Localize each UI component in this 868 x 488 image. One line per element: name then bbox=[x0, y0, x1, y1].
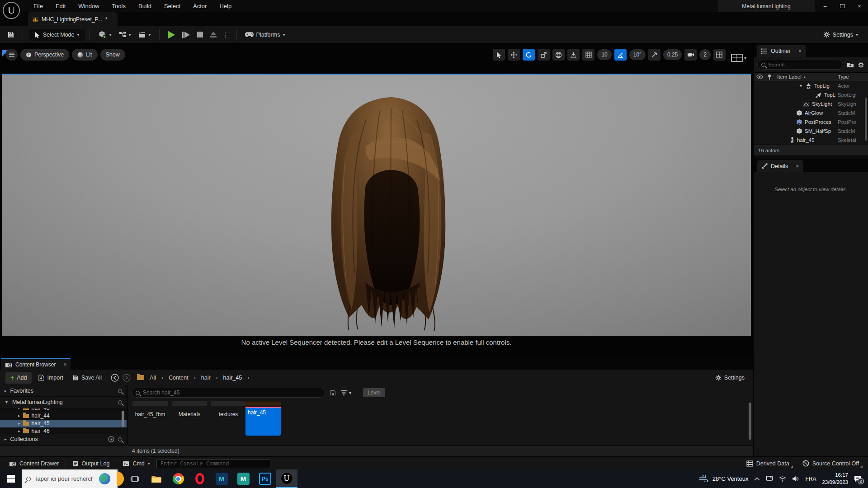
save-button[interactable] bbox=[4, 29, 18, 41]
menu-tools[interactable]: Tools bbox=[106, 0, 132, 12]
grid-snap-button[interactable] bbox=[582, 49, 594, 61]
menu-help[interactable]: Help bbox=[213, 0, 238, 12]
start-button[interactable] bbox=[0, 469, 22, 488]
close-icon[interactable]: × bbox=[798, 48, 802, 54]
world-space-button[interactable] bbox=[552, 49, 565, 61]
unreal-taskbar-button-active[interactable]: U bbox=[276, 469, 297, 488]
menu-build[interactable]: Build bbox=[132, 0, 158, 12]
clock[interactable]: 16:17 23/09/2023 bbox=[822, 472, 848, 486]
filter-dropdown[interactable]: ▾ bbox=[340, 390, 351, 396]
asset-tile-textures[interactable]: textures bbox=[211, 401, 246, 418]
outliner-search-input[interactable] bbox=[757, 60, 843, 70]
scale-snap-value[interactable]: 0,25 bbox=[663, 49, 682, 60]
asset-search-input[interactable] bbox=[131, 388, 326, 398]
weather-widget[interactable]: 28°C Venteux bbox=[699, 475, 749, 482]
folder-tree-scrollbar[interactable] bbox=[122, 411, 124, 427]
outliner-row-airglow[interactable]: AirGlow StaticM bbox=[754, 108, 868, 117]
outliner-row-hair45[interactable]: hair_45 Skeletal bbox=[754, 136, 868, 145]
taskbar-search[interactable] bbox=[22, 469, 118, 488]
add-button[interactable]: + Add bbox=[5, 372, 32, 384]
level-filter-chip[interactable]: Level bbox=[363, 388, 385, 397]
wifi-icon[interactable] bbox=[779, 476, 786, 482]
opera-button[interactable] bbox=[189, 469, 211, 488]
cinematics-dropdown[interactable]: ▾ bbox=[135, 29, 155, 40]
viewport-layout-widget[interactable]: ▾ bbox=[731, 54, 746, 62]
folder-hair43[interactable]: ▸ hair_43 bbox=[0, 408, 127, 412]
outliner-row-skylight[interactable]: SkyLight SkyLigh bbox=[754, 99, 868, 108]
save-search-icon[interactable] bbox=[330, 390, 336, 396]
outliner-row-toplig[interactable]: ▼ TopLig Actor bbox=[754, 81, 868, 90]
menu-window[interactable]: Window bbox=[72, 0, 105, 12]
grid-snap-value[interactable]: 10 bbox=[597, 49, 611, 60]
search-icon[interactable] bbox=[118, 437, 122, 441]
breadcrumb-hair45[interactable]: hair_45 bbox=[222, 374, 244, 382]
show-dropdown[interactable]: Show bbox=[100, 49, 125, 61]
source-control-button[interactable]: Source Control Off bbox=[798, 457, 863, 469]
forward-button[interactable] bbox=[123, 374, 131, 382]
save-all-button[interactable]: Save All bbox=[70, 373, 104, 383]
project-section[interactable]: ▼ MetaHumanLighting bbox=[0, 397, 127, 408]
asset-tile-materials[interactable]: Materials bbox=[172, 401, 207, 418]
tab-details[interactable]: Details × bbox=[757, 160, 803, 172]
content-browser-settings-button[interactable]: Settings bbox=[712, 373, 747, 383]
back-button[interactable] bbox=[111, 374, 119, 382]
add-collection-icon[interactable] bbox=[108, 436, 114, 442]
favorites-section[interactable]: ▸ Favorites bbox=[0, 385, 127, 397]
close-button[interactable]: × bbox=[851, 0, 868, 12]
menu-select[interactable]: Select bbox=[158, 0, 187, 12]
viewport-menu-button[interactable] bbox=[5, 49, 18, 61]
outliner-row-topl[interactable]: TopL SpotLigl bbox=[754, 90, 868, 99]
console-command-input[interactable] bbox=[156, 459, 270, 468]
rotation-snap-value[interactable]: 10° bbox=[629, 49, 646, 60]
level-viewport[interactable]: Perspective Lit Show bbox=[0, 44, 753, 358]
photoshop-button[interactable]: Ps bbox=[254, 469, 276, 488]
language-indicator[interactable]: FRA bbox=[805, 476, 816, 482]
outliner-scrollbar[interactable] bbox=[865, 98, 867, 141]
search-icon[interactable] bbox=[118, 400, 122, 404]
display-tray-icon[interactable] bbox=[766, 476, 773, 482]
asset-tile-hair45fbm[interactable]: hair_45_fbm bbox=[132, 401, 168, 418]
breadcrumb-content[interactable]: Content bbox=[167, 374, 190, 382]
folder-hair45-selected[interactable]: ▸ hair_45 bbox=[0, 420, 127, 427]
play-options-button[interactable]: ⋮ bbox=[220, 31, 232, 38]
content-drawer-button[interactable]: Content Drawer bbox=[5, 457, 64, 469]
caret-down-icon[interactable]: ▼ bbox=[799, 84, 803, 88]
close-icon[interactable]: × bbox=[63, 361, 66, 368]
surface-snap-button[interactable] bbox=[567, 49, 580, 61]
scale-tool-button[interactable] bbox=[538, 49, 550, 61]
menu-edit[interactable]: Edit bbox=[49, 0, 72, 12]
platforms-dropdown[interactable]: Platforms ▾ bbox=[241, 29, 289, 40]
task-view-button[interactable] bbox=[124, 469, 146, 488]
file-explorer-button[interactable] bbox=[146, 469, 167, 488]
column-type[interactable]: Type bbox=[838, 74, 849, 80]
translate-tool-button[interactable] bbox=[508, 49, 520, 61]
minimize-button[interactable]: – bbox=[816, 0, 834, 12]
maya-button[interactable]: M bbox=[211, 469, 232, 488]
tab-content-browser[interactable]: Content Browser × bbox=[1, 358, 71, 370]
view-mode-dropdown[interactable]: Lit bbox=[72, 49, 97, 61]
column-item-label[interactable]: Item Label bbox=[777, 74, 802, 80]
pin-icon[interactable] bbox=[767, 74, 772, 80]
folder-hair44[interactable]: ▸ hair_44 bbox=[0, 412, 127, 420]
maya-2-button[interactable]: M bbox=[232, 469, 254, 488]
breadcrumb-all[interactable]: All bbox=[148, 374, 158, 382]
outliner-row-halfsphere[interactable]: SM_HalfSp StaticM bbox=[754, 127, 868, 136]
outliner-settings-gear-icon[interactable] bbox=[858, 61, 864, 68]
select-mode-dropdown[interactable]: Select Mode ▾ bbox=[29, 29, 85, 41]
blueprints-dropdown[interactable]: ▾ bbox=[115, 29, 135, 40]
maximize-viewport-button[interactable] bbox=[713, 49, 726, 61]
settings-dropdown[interactable]: Settings ▾ bbox=[820, 29, 862, 40]
chrome-button[interactable] bbox=[167, 469, 189, 488]
stop-button[interactable] bbox=[193, 29, 207, 40]
new-folder-icon[interactable] bbox=[847, 62, 854, 68]
derived-data-button[interactable]: Derived Data bbox=[742, 457, 794, 469]
rotate-tool-button[interactable] bbox=[523, 49, 535, 61]
play-button[interactable] bbox=[164, 28, 179, 41]
frame-skip-button[interactable] bbox=[179, 29, 193, 40]
collections-section[interactable]: ▸ Collections bbox=[0, 434, 127, 445]
viewport-render-area[interactable] bbox=[2, 74, 751, 336]
outliner-row-postprocess[interactable]: PostProces PostPro bbox=[754, 117, 868, 127]
scale-snap-button[interactable] bbox=[648, 49, 660, 61]
camera-speed-value[interactable]: 2 bbox=[699, 49, 711, 60]
tab-outliner[interactable]: Outliner × bbox=[757, 45, 806, 57]
